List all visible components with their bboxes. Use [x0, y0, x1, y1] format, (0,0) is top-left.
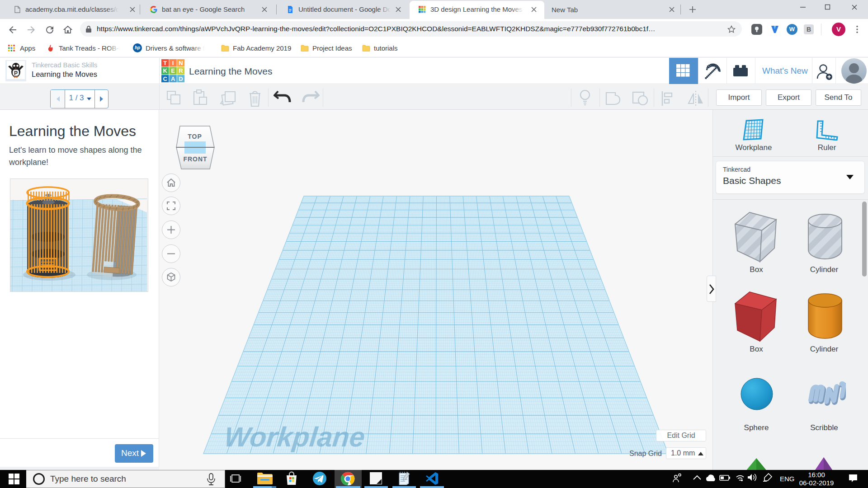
svg-text:P: P — [14, 70, 18, 76]
svg-text:T: T — [163, 60, 167, 66]
svg-text:K: K — [163, 67, 168, 74]
svg-text:C: C — [163, 75, 168, 82]
svg-text:R: R — [179, 67, 183, 74]
svg-text:Workplane: Workplane — [223, 422, 367, 452]
svg-text:TOP: TOP — [188, 133, 202, 140]
svg-text:D: D — [179, 75, 183, 82]
svg-text:N: N — [179, 60, 183, 66]
svg-text:FRONT: FRONT — [183, 155, 207, 163]
svg-text:I: I — [172, 60, 174, 66]
svg-text:A: A — [171, 75, 175, 82]
svg-text:E: E — [171, 67, 175, 74]
